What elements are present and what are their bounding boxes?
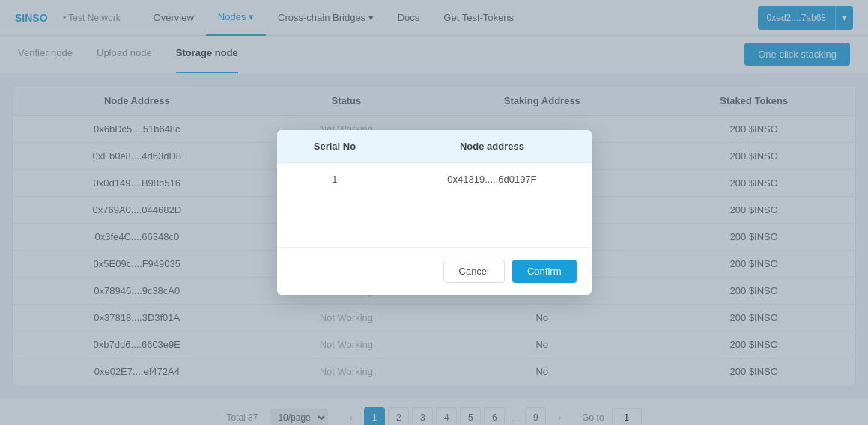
modal-overlay: Serial No Node address 1 0x41319.....6d0… — [0, 0, 868, 425]
cancel-button[interactable]: Cancel — [443, 260, 505, 283]
modal-table: Serial No Node address 1 0x41319.....6d0… — [277, 130, 592, 195]
modal-cell-address: 0x41319.....6d0197F — [392, 163, 591, 196]
modal-footer: Cancel Confirm — [277, 247, 592, 295]
modal-cell-serial: 1 — [277, 163, 393, 196]
modal-table-row: 1 0x41319.....6d0197F — [277, 163, 592, 196]
modal-col-serial: Serial No — [277, 130, 393, 163]
modal-dialog: Serial No Node address 1 0x41319.....6d0… — [277, 130, 592, 295]
modal-col-address: Node address — [392, 130, 591, 163]
confirm-button[interactable]: Confirm — [512, 260, 577, 283]
modal-table-wrap: Serial No Node address 1 0x41319.....6d0… — [277, 130, 592, 247]
